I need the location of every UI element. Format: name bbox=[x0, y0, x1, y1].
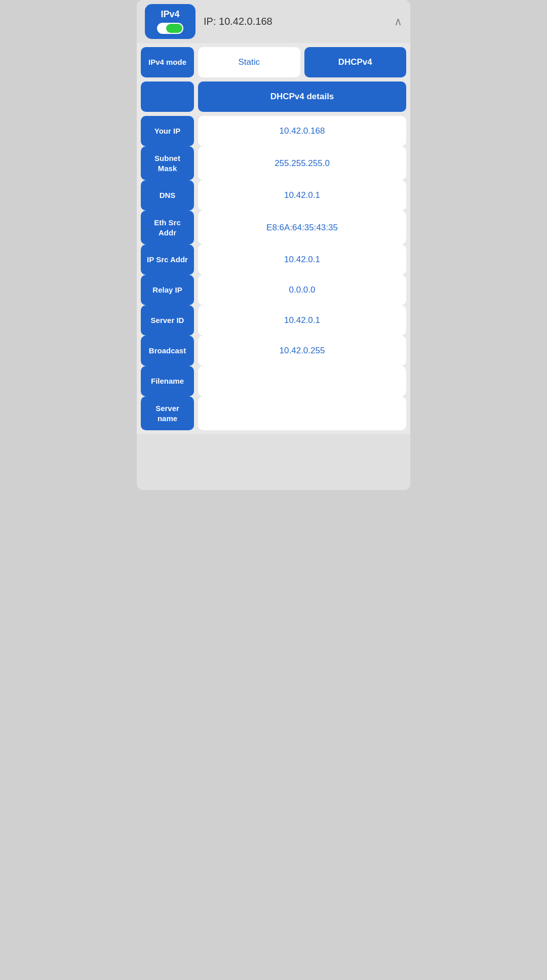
row-label-9: Server name bbox=[141, 396, 194, 430]
row-value-empty-9[interactable] bbox=[198, 396, 406, 430]
row-value-0[interactable]: 10.42.0.168 bbox=[198, 116, 406, 146]
table-row: Filename bbox=[141, 366, 406, 396]
app-container: IPv4 IP: 10.42.0.168 ∧ IPv4 mode Static … bbox=[137, 0, 410, 490]
row-label-5: Relay IP bbox=[141, 275, 194, 305]
row-label-4: IP Src Addr bbox=[141, 244, 194, 275]
ipv4-badge-title: IPv4 bbox=[161, 9, 179, 20]
table-row: IP Src Addr10.42.0.1 bbox=[141, 244, 406, 275]
row-value-2[interactable]: 10.42.0.1 bbox=[198, 180, 406, 211]
table-row: Broadcast10.42.0.255 bbox=[141, 336, 406, 366]
static-button[interactable]: Static bbox=[198, 47, 300, 77]
row-value-3[interactable]: E8:6A:64:35:43:35 bbox=[198, 211, 406, 244]
header-ip: IP: 10.42.0.168 bbox=[204, 16, 386, 27]
row-value-4[interactable]: 10.42.0.1 bbox=[198, 244, 406, 275]
row-value-6[interactable]: 10.42.0.1 bbox=[198, 305, 406, 336]
row-label-3: Eth Src Addr bbox=[141, 211, 194, 244]
row-label-2: DNS bbox=[141, 180, 194, 211]
ipv4-badge[interactable]: IPv4 bbox=[145, 4, 196, 39]
table-row: Subnet Mask255.255.255.0 bbox=[141, 146, 406, 180]
details-spacer bbox=[141, 81, 194, 112]
table-row: Server ID10.42.0.1 bbox=[141, 305, 406, 336]
table-row: Server name bbox=[141, 396, 406, 430]
dhcpv4-details-cell[interactable]: DHCPv4 details bbox=[198, 81, 406, 112]
row-value-1[interactable]: 255.255.255.0 bbox=[198, 146, 406, 180]
table-row: Eth Src AddrE8:6A:64:35:43:35 bbox=[141, 211, 406, 244]
header: IPv4 IP: 10.42.0.168 ∧ bbox=[137, 0, 410, 43]
dhcpv4-details-row: DHCPv4 details bbox=[141, 81, 406, 112]
row-label-0: Your IP bbox=[141, 116, 194, 146]
rows-container: Your IP10.42.0.168Subnet Mask255.255.255… bbox=[141, 116, 406, 430]
row-value-5[interactable]: 0.0.0.0 bbox=[198, 275, 406, 305]
row-label-8: Filename bbox=[141, 366, 194, 396]
row-value-empty-8[interactable] bbox=[198, 366, 406, 396]
dhcp-button[interactable]: DHCPv4 bbox=[304, 47, 407, 77]
table-row: DNS10.42.0.1 bbox=[141, 180, 406, 211]
ipv4-toggle[interactable] bbox=[157, 23, 183, 34]
row-label-7: Broadcast bbox=[141, 336, 194, 366]
ipv4-mode-label: IPv4 mode bbox=[141, 47, 194, 77]
collapse-icon[interactable]: ∧ bbox=[394, 15, 402, 28]
row-value-7[interactable]: 10.42.0.255 bbox=[198, 336, 406, 366]
row-label-6: Server ID bbox=[141, 305, 194, 336]
table-row: Your IP10.42.0.168 bbox=[141, 116, 406, 146]
content: IPv4 mode Static DHCPv4 DHCPv4 details Y… bbox=[137, 43, 410, 434]
mode-row: IPv4 mode Static DHCPv4 bbox=[141, 47, 406, 77]
table-row: Relay IP0.0.0.0 bbox=[141, 275, 406, 305]
row-label-1: Subnet Mask bbox=[141, 146, 194, 180]
toggle-knob bbox=[166, 24, 182, 33]
